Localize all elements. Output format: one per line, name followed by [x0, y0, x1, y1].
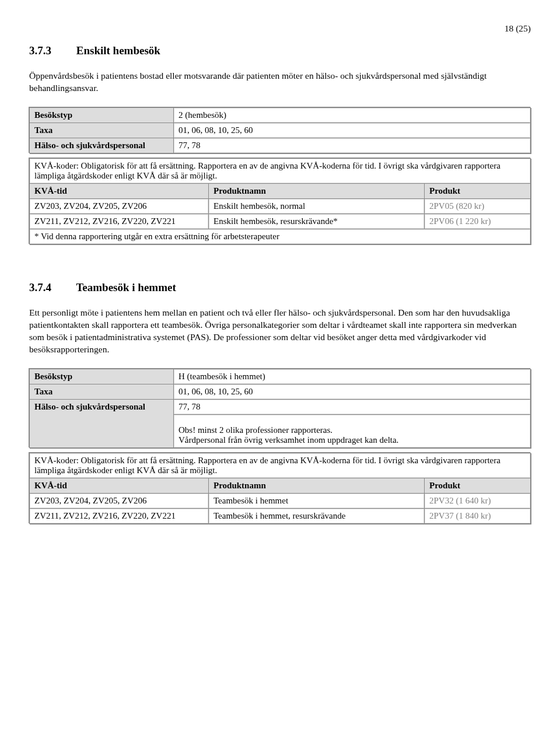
section-title: Teambesök i hemmet [76, 281, 176, 293]
col-produktnamn: Produktnamn [209, 183, 425, 198]
personal-value: 77, 78 [174, 138, 531, 153]
kva-table-374: KVÅ-koder: Obligatorisk för att få ersät… [29, 453, 531, 524]
table-row: * Vid denna rapportering utgår en extra … [30, 229, 531, 244]
table-row: KVÅ-koder: Obligatorisk för att få ersät… [30, 158, 531, 183]
taxa-label: Taxa [30, 123, 174, 138]
besokstyp-value: H (teambesök i hemmet) [174, 369, 531, 384]
produktnamn-cell: Teambesök i hemmet, resurskrävande [209, 508, 425, 523]
col-kva-tid: KVÅ-tid [30, 183, 209, 198]
taxa-value: 01, 06, 08, 10, 25, 60 [174, 384, 531, 399]
kva-tid-cell: ZV211, ZV212, ZV216, ZV220, ZV221 [30, 508, 209, 523]
table-row: ZV203, ZV204, ZV205, ZV206 Enskilt hembe… [30, 198, 531, 214]
produktnamn-cell: Enskilt hembesök, resurskrävande* [209, 214, 425, 229]
params-table-374: Besökstyp H (teambesök i hemmet) Taxa 01… [29, 369, 531, 448]
produkt-cell: 2PV37 (1 840 kr) [425, 508, 531, 523]
kva-tid-cell: ZV211, ZV212, ZV216, ZV220, ZV221 [30, 214, 209, 229]
produkt-cell: 2PV05 (820 kr) [425, 198, 531, 214]
table-row: Taxa 01, 06, 08, 10, 25, 60 [30, 123, 531, 138]
table-row: Besökstyp 2 (hembesök) [30, 107, 531, 123]
section-heading-373: 3.7.3 Enskilt hembesök [29, 44, 531, 57]
produkt-cell: 2PV06 (1 220 kr) [425, 214, 531, 229]
section-number: 3.7.3 [29, 44, 51, 57]
col-produkt: Produkt [425, 183, 531, 198]
col-produkt: Produkt [425, 478, 531, 493]
table-row: Hälso- och sjukvårdspersonal 77, 78 [30, 138, 531, 153]
personal-label: Hälso- och sjukvårdspersonal [30, 399, 174, 447]
section-intro-373: Öppenvårdsbesök i patientens bostad elle… [29, 70, 531, 95]
table-row: ZV203, ZV204, ZV205, ZV206 Teambesök i h… [30, 493, 531, 508]
page-number: 18 (25) [29, 23, 531, 34]
obs-line-2: Vårdpersonal från övrig verksamhet inom … [178, 435, 398, 445]
section-number: 3.7.4 [29, 281, 51, 294]
produkt-cell: 2PV32 (1 640 kr) [425, 493, 531, 508]
table-row: KVÅ-tid Produktnamn Produkt [30, 478, 531, 493]
kva-tid-cell: ZV203, ZV204, ZV205, ZV206 [30, 493, 209, 508]
table-row: KVÅ-tid Produktnamn Produkt [30, 183, 531, 198]
obs-cell: Obs! minst 2 olika professioner rapporte… [174, 414, 531, 447]
params-table-373: Besökstyp 2 (hembesök) Taxa 01, 06, 08, … [29, 107, 531, 153]
kva-text: KVÅ-koder: Obligatorisk för att få ersät… [30, 158, 531, 183]
kva-table-373: KVÅ-koder: Obligatorisk för att få ersät… [29, 158, 531, 244]
kva-tid-cell: ZV203, ZV204, ZV205, ZV206 [30, 198, 209, 214]
table-row: Taxa 01, 06, 08, 10, 25, 60 [30, 384, 531, 399]
besokstyp-label: Besökstyp [30, 369, 174, 384]
col-kva-tid: KVÅ-tid [30, 478, 209, 493]
besokstyp-label: Besökstyp [30, 107, 174, 123]
section-title: Enskilt hembesök [76, 44, 160, 57]
col-produktnamn: Produktnamn [209, 478, 425, 493]
section-intro-374: Ett personligt möte i patientens hem mel… [29, 307, 531, 356]
personal-label: Hälso- och sjukvårdspersonal [30, 138, 174, 153]
produktnamn-cell: Teambesök i hemmet [209, 493, 425, 508]
table-row: Besökstyp H (teambesök i hemmet) [30, 369, 531, 384]
obs-line-1: Obs! minst 2 olika professioner rapporte… [178, 425, 332, 435]
kva-text: KVÅ-koder: Obligatorisk för att få ersät… [30, 453, 531, 478]
taxa-value: 01, 06, 08, 10, 25, 60 [174, 123, 531, 138]
produktnamn-cell: Enskilt hembesök, normal [209, 198, 425, 214]
table-row: KVÅ-koder: Obligatorisk för att få ersät… [30, 453, 531, 478]
besokstyp-value: 2 (hembesök) [174, 107, 531, 123]
table-row: ZV211, ZV212, ZV216, ZV220, ZV221 Teambe… [30, 508, 531, 523]
taxa-label: Taxa [30, 384, 174, 399]
section-heading-374: 3.7.4 Teambesök i hemmet [29, 281, 531, 294]
footnote-cell: * Vid denna rapportering utgår en extra … [30, 229, 531, 244]
table-row: ZV211, ZV212, ZV216, ZV220, ZV221 Enskil… [30, 214, 531, 229]
personal-value: 77, 78 [174, 399, 531, 414]
table-row: Hälso- och sjukvårdspersonal 77, 78 [30, 399, 531, 414]
